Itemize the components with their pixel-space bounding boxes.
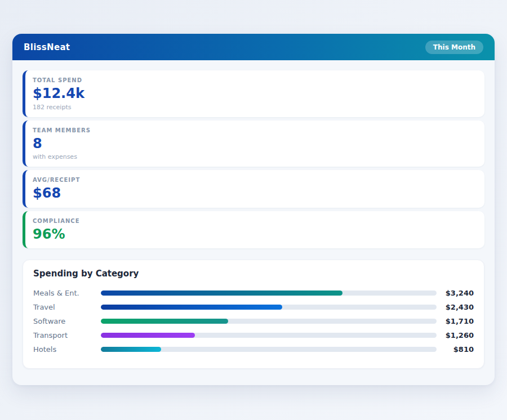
stat-card-team-members: TEAM MEMBERS 8 with expenses: [23, 120, 484, 167]
app-header: BlissNeat This Month: [12, 34, 495, 60]
bar-fill-transport: [101, 333, 195, 338]
category-label: Travel: [33, 303, 101, 311]
category-label: Meals & Ent.: [33, 289, 101, 297]
stat-label: TEAM MEMBERS: [33, 127, 474, 133]
bar-track: [101, 291, 437, 296]
stat-subtext: 182 receipts: [33, 104, 474, 111]
stat-value: $12.4k: [33, 86, 474, 102]
chart-row-transport: Transport $1,260: [33, 328, 474, 342]
category-value: $1,710: [437, 317, 474, 325]
bar-track: [101, 347, 437, 352]
chart-row-hotels: Hotels $810: [33, 342, 474, 356]
app-title: BlissNeat: [24, 42, 70, 52]
bar-track: [101, 333, 437, 338]
stat-value: 8: [33, 136, 474, 152]
bar-fill-travel: [101, 305, 282, 310]
spending-by-category-card: Spending by Category Meals & Ent. $3,240…: [23, 260, 484, 369]
stat-label: AVG/RECEIPT: [33, 177, 474, 183]
stat-card-total-spend: TOTAL SPEND $12.4k 182 receipts: [23, 70, 484, 117]
category-value: $3,240: [437, 289, 474, 297]
category-label: Software: [33, 317, 101, 325]
stat-subtext: with expenses: [33, 153, 474, 160]
bar-fill-software: [101, 319, 228, 324]
period-filter-badge[interactable]: This Month: [425, 41, 483, 54]
category-value: $1,260: [437, 331, 474, 339]
category-value: $810: [437, 345, 474, 354]
chart-row-meals: Meals & Ent. $3,240: [33, 286, 474, 300]
bar-track: [101, 305, 437, 310]
stat-value: 96%: [33, 227, 474, 243]
stat-label: COMPLIANCE: [33, 218, 474, 224]
stat-value: $68: [33, 186, 474, 202]
category-value: $2,430: [437, 303, 474, 311]
stat-card-avg-receipt: AVG/RECEIPT $68: [23, 170, 484, 208]
stat-card-compliance: COMPLIANCE 96%: [23, 211, 484, 249]
chart-row-travel: Travel $2,430: [33, 300, 474, 314]
bar-fill-hotels: [101, 347, 161, 352]
chart-row-software: Software $1,710: [33, 314, 474, 328]
main-content: TOTAL SPEND $12.4k 182 receipts TEAM MEM…: [12, 60, 495, 379]
stat-label: TOTAL SPEND: [33, 77, 474, 83]
category-label: Transport: [33, 331, 101, 339]
bar-track: [101, 319, 437, 324]
bar-fill-meals: [101, 291, 343, 296]
chart-title: Spending by Category: [33, 269, 474, 279]
app-window: BlissNeat This Month TOTAL SPEND $12.4k …: [12, 34, 495, 385]
category-label: Hotels: [33, 345, 101, 354]
